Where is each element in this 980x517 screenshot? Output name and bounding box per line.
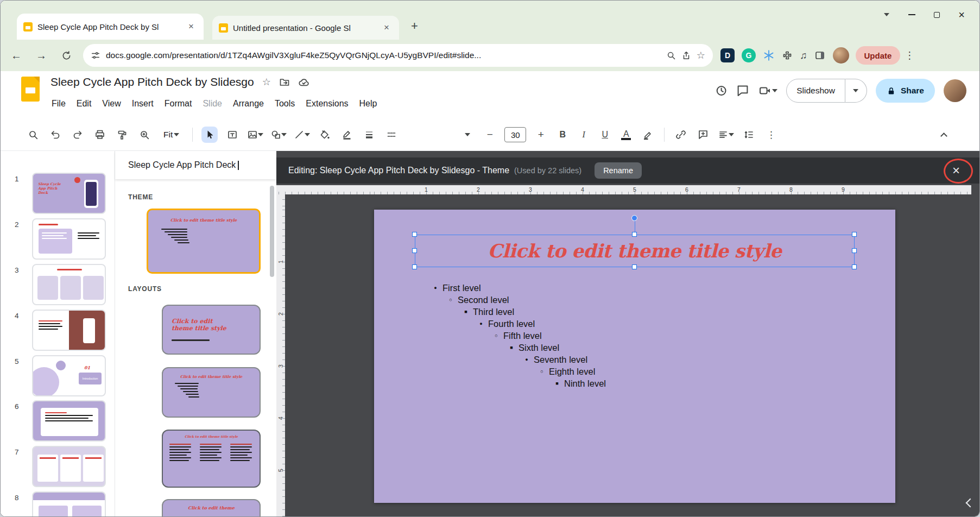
slides-logo[interactable] <box>21 77 40 102</box>
undo-icon[interactable] <box>48 127 63 143</box>
more-options-icon[interactable]: ⋮ <box>763 127 779 143</box>
puzzle-extensions-icon[interactable] <box>782 50 793 61</box>
version-history-icon[interactable] <box>715 84 728 97</box>
select-tool-icon[interactable] <box>201 127 218 143</box>
menu-slide[interactable]: Slide <box>197 96 227 111</box>
menu-arrange[interactable]: Arrange <box>227 96 269 111</box>
align-icon[interactable] <box>718 127 734 143</box>
forward-button[interactable]: → <box>32 46 50 65</box>
redo-icon[interactable] <box>70 127 85 143</box>
print-icon[interactable] <box>92 127 108 143</box>
zoom-fit-dropdown[interactable]: Fit <box>159 130 184 140</box>
slide-thumbnail-4[interactable] <box>32 310 106 351</box>
menu-extensions[interactable]: Extensions <box>300 96 353 111</box>
cloud-status-icon[interactable] <box>298 77 309 88</box>
insert-line-icon[interactable] <box>294 127 310 143</box>
layout-thumbnail-3[interactable]: Click to edit theme title style <box>162 430 261 488</box>
rotation-handle[interactable] <box>631 215 637 221</box>
paint-format-icon[interactable] <box>115 127 130 143</box>
layout-thumbnail-2[interactable]: Click to edit theme title style <box>162 367 261 418</box>
deepl-extension-icon[interactable]: D <box>720 48 735 62</box>
star-document-icon[interactable]: ☆ <box>262 76 271 88</box>
side-panel-icon[interactable] <box>814 50 825 61</box>
layout-thumbnail-1[interactable]: Click to edit theme title style <box>162 305 261 355</box>
omnibox[interactable]: docs.google.com/presentation/d/1TZq4AWgi… <box>83 44 713 67</box>
rename-button[interactable]: Rename <box>595 162 642 179</box>
tab-close-icon[interactable]: × <box>185 21 197 33</box>
increase-font-icon[interactable]: + <box>533 127 548 143</box>
theme-name-field[interactable]: Sleep Cycle App Pitch Deck <box>128 160 236 170</box>
italic-button[interactable]: I <box>577 130 591 140</box>
menu-help[interactable]: Help <box>354 96 383 111</box>
highlight-color-icon[interactable] <box>640 127 655 143</box>
text-color-button[interactable]: A <box>621 130 631 140</box>
panel-scrollbar[interactable] <box>270 186 274 277</box>
search-menus-icon[interactable] <box>26 127 41 143</box>
window-close-button[interactable]: × <box>949 6 974 23</box>
slide-thumbnail-8[interactable] <box>32 491 106 517</box>
menu-view[interactable]: View <box>97 96 126 111</box>
collapse-panel-chevron-icon[interactable] <box>966 499 975 508</box>
slide-thumbnail-7[interactable] <box>32 446 106 487</box>
tab-untitled-presentation[interactable]: Untitled presentation - Google Sl × <box>212 16 399 40</box>
slide-thumbnail-5[interactable]: 01 Introduction <box>32 355 106 396</box>
account-avatar[interactable] <box>944 79 966 102</box>
add-comment-icon[interactable] <box>696 127 711 143</box>
document-title[interactable]: Sleep Cycle App Pitch Deck by Slidesgo <box>50 75 254 89</box>
tune-icon[interactable] <box>91 51 100 60</box>
tab-current-presentation[interactable]: Sleep Cycle App Pitch Deck by Sl × <box>17 14 204 40</box>
text-box-icon[interactable] <box>225 127 240 143</box>
url-text[interactable]: docs.google.com/presentation/d/1TZq4AWgi… <box>106 51 661 60</box>
menu-format[interactable]: Format <box>159 96 198 111</box>
resize-handle-nw[interactable] <box>412 232 417 237</box>
resize-handle-sw[interactable] <box>412 264 417 269</box>
move-folder-icon[interactable] <box>279 77 290 87</box>
layout-thumbnail-4[interactable]: Click to edit theme <box>162 499 261 517</box>
insert-image-icon[interactable] <box>247 127 263 143</box>
decrease-font-icon[interactable]: − <box>482 127 497 143</box>
slideshow-dropdown[interactable] <box>845 79 867 103</box>
share-page-icon[interactable] <box>681 51 691 60</box>
border-dash-icon[interactable] <box>384 127 399 143</box>
border-weight-icon[interactable] <box>362 127 377 143</box>
menu-insert[interactable]: Insert <box>127 96 159 111</box>
resize-handle-s[interactable] <box>632 264 637 269</box>
reload-button[interactable] <box>57 46 75 65</box>
resize-handle-se[interactable] <box>852 264 857 269</box>
insert-shape-icon[interactable] <box>270 127 287 143</box>
hide-menus-icon[interactable] <box>936 127 951 143</box>
slide-thumbnail-2[interactable] <box>32 218 106 260</box>
zoom-icon[interactable] <box>666 51 676 60</box>
insert-link-icon[interactable] <box>673 127 688 143</box>
chrome-update-button[interactable]: Update <box>856 46 901 65</box>
back-button[interactable]: ← <box>7 46 26 65</box>
meet-camera-button[interactable] <box>758 84 777 97</box>
browser-profile-avatar[interactable] <box>833 47 849 64</box>
theme-master-thumbnail[interactable]: Click to edit theme title style <box>147 209 261 274</box>
menu-file[interactable]: File <box>46 96 71 111</box>
resize-handle-ne[interactable] <box>852 232 857 237</box>
new-tab-button[interactable]: + <box>411 19 418 33</box>
line-spacing-icon[interactable] <box>741 127 756 143</box>
slide-thumbnail-1[interactable]: Sleep Cycle App Pitch Deck <box>32 173 106 214</box>
border-color-icon[interactable] <box>339 127 355 143</box>
snowflake-extension-icon[interactable] <box>763 49 775 61</box>
theme-title-text[interactable]: Click to edit theme title style <box>415 235 854 267</box>
fill-color-icon[interactable] <box>317 127 332 143</box>
menu-tools[interactable]: Tools <box>269 96 300 111</box>
body-placeholder-text[interactable]: ●First level ○Second level ■Third level … <box>431 282 606 389</box>
resize-handle-e[interactable] <box>852 248 857 253</box>
slide-thumbnail-6[interactable] <box>32 400 106 442</box>
font-size-field[interactable]: 30 <box>504 127 526 142</box>
text-style-dropdown[interactable] <box>460 127 475 143</box>
slide-thumbnail-3[interactable] <box>32 264 106 305</box>
resize-handle-w[interactable] <box>412 248 417 253</box>
bold-button[interactable]: B <box>555 130 570 140</box>
theme-name-header[interactable]: Sleep Cycle App Pitch Deck <box>115 151 276 179</box>
music-extension-icon[interactable]: ♫ <box>800 50 807 61</box>
comments-icon[interactable] <box>736 84 749 97</box>
bookmark-star-icon[interactable]: ☆ <box>697 49 705 61</box>
title-placeholder-box[interactable]: Click to edit theme title style <box>415 235 855 267</box>
resize-handle-n[interactable] <box>632 232 637 237</box>
tab-search-icon[interactable] <box>874 6 899 23</box>
